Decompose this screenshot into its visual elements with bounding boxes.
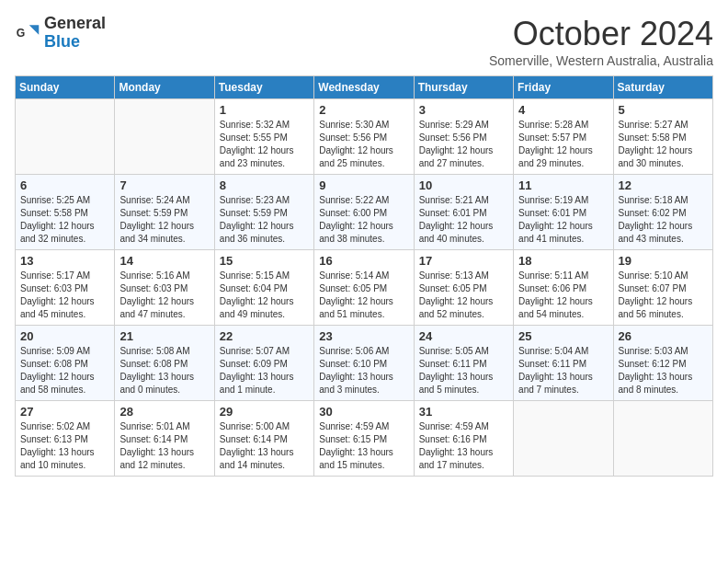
day-number: 15 bbox=[220, 254, 309, 268]
day-number: 3 bbox=[419, 103, 508, 117]
day-info: Sunrise: 5:23 AM Sunset: 5:59 PM Dayligh… bbox=[220, 194, 309, 246]
calendar-cell: 21Sunrise: 5:08 AM Sunset: 6:08 PM Dayli… bbox=[115, 326, 214, 401]
day-info: Sunrise: 5:13 AM Sunset: 6:05 PM Dayligh… bbox=[419, 270, 508, 321]
day-info: Sunrise: 5:06 AM Sunset: 6:10 PM Dayligh… bbox=[319, 345, 408, 396]
day-number: 9 bbox=[319, 178, 408, 192]
day-info: Sunrise: 4:59 AM Sunset: 6:16 PM Dayligh… bbox=[419, 420, 508, 472]
day-info: Sunrise: 5:01 AM Sunset: 6:14 PM Dayligh… bbox=[119, 420, 209, 472]
day-number: 19 bbox=[619, 254, 708, 268]
calendar-cell: 11Sunrise: 5:19 AM Sunset: 6:01 PM Dayli… bbox=[514, 175, 613, 250]
logo-general-text: General bbox=[44, 14, 106, 32]
calendar-cell: 29Sunrise: 5:00 AM Sunset: 6:14 PM Dayli… bbox=[214, 401, 313, 477]
calendar-cell: 10Sunrise: 5:21 AM Sunset: 6:01 PM Dayli… bbox=[414, 175, 513, 250]
logo-blue-text: Blue bbox=[44, 32, 80, 51]
day-info: Sunrise: 5:02 AM Sunset: 6:13 PM Dayligh… bbox=[20, 420, 109, 472]
calendar-cell: 28Sunrise: 5:01 AM Sunset: 6:14 PM Dayli… bbox=[115, 401, 214, 477]
day-number: 29 bbox=[220, 405, 309, 419]
day-number: 8 bbox=[220, 178, 309, 192]
calendar-cell: 13Sunrise: 5:17 AM Sunset: 6:03 PM Dayli… bbox=[16, 250, 115, 326]
day-info: Sunrise: 5:30 AM Sunset: 5:56 PM Dayligh… bbox=[319, 119, 408, 170]
calendar-cell bbox=[115, 99, 214, 175]
day-number: 25 bbox=[518, 329, 608, 343]
day-number: 24 bbox=[419, 329, 508, 343]
calendar-cell: 7Sunrise: 5:24 AM Sunset: 5:59 PM Daylig… bbox=[115, 175, 214, 250]
day-number: 16 bbox=[319, 254, 408, 268]
calendar-cell: 1Sunrise: 5:32 AM Sunset: 5:55 PM Daylig… bbox=[214, 99, 313, 175]
day-number: 6 bbox=[20, 178, 109, 192]
day-info: Sunrise: 5:27 AM Sunset: 5:58 PM Dayligh… bbox=[619, 119, 708, 170]
day-number: 2 bbox=[319, 103, 408, 117]
calendar-week-2: 6Sunrise: 5:25 AM Sunset: 5:58 PM Daylig… bbox=[16, 175, 713, 250]
day-info: Sunrise: 5:10 AM Sunset: 6:07 PM Dayligh… bbox=[619, 270, 708, 321]
day-header-tuesday: Tuesday bbox=[214, 76, 313, 99]
day-number: 12 bbox=[619, 178, 708, 192]
calendar-cell: 12Sunrise: 5:18 AM Sunset: 6:02 PM Dayli… bbox=[613, 175, 712, 250]
day-info: Sunrise: 5:32 AM Sunset: 5:55 PM Dayligh… bbox=[220, 119, 309, 170]
calendar-cell: 8Sunrise: 5:23 AM Sunset: 5:59 PM Daylig… bbox=[214, 175, 313, 250]
day-header-saturday: Saturday bbox=[613, 76, 712, 99]
day-number: 21 bbox=[119, 329, 209, 343]
day-number: 28 bbox=[119, 405, 209, 419]
day-info: Sunrise: 5:00 AM Sunset: 6:14 PM Dayligh… bbox=[220, 420, 309, 472]
day-info: Sunrise: 5:03 AM Sunset: 6:12 PM Dayligh… bbox=[619, 345, 708, 396]
day-number: 22 bbox=[220, 329, 309, 343]
calendar-cell: 27Sunrise: 5:02 AM Sunset: 6:13 PM Dayli… bbox=[16, 401, 115, 477]
day-header-monday: Monday bbox=[115, 76, 214, 99]
calendar-cell: 14Sunrise: 5:16 AM Sunset: 6:03 PM Dayli… bbox=[115, 250, 214, 326]
day-info: Sunrise: 5:08 AM Sunset: 6:08 PM Dayligh… bbox=[119, 345, 209, 396]
calendar-cell: 25Sunrise: 5:04 AM Sunset: 6:11 PM Dayli… bbox=[514, 326, 613, 401]
day-number: 31 bbox=[419, 405, 508, 419]
calendar-cell bbox=[613, 401, 712, 477]
day-header-sunday: Sunday bbox=[16, 76, 115, 99]
calendar-cell: 19Sunrise: 5:10 AM Sunset: 6:07 PM Dayli… bbox=[613, 250, 712, 326]
calendar-cell bbox=[16, 99, 115, 175]
day-number: 7 bbox=[119, 178, 209, 192]
calendar-week-5: 27Sunrise: 5:02 AM Sunset: 6:13 PM Dayli… bbox=[16, 401, 713, 477]
svg-text:G: G bbox=[17, 26, 26, 39]
calendar-cell: 15Sunrise: 5:15 AM Sunset: 6:04 PM Dayli… bbox=[214, 250, 313, 326]
calendar-cell: 3Sunrise: 5:29 AM Sunset: 5:56 PM Daylig… bbox=[414, 99, 513, 175]
day-number: 18 bbox=[518, 254, 608, 268]
location-subtitle: Somerville, Western Australia, Australia bbox=[489, 53, 713, 68]
day-number: 1 bbox=[220, 103, 309, 117]
calendar-week-4: 20Sunrise: 5:09 AM Sunset: 6:08 PM Dayli… bbox=[16, 326, 713, 401]
calendar-week-1: 1Sunrise: 5:32 AM Sunset: 5:55 PM Daylig… bbox=[16, 99, 713, 175]
calendar-cell: 20Sunrise: 5:09 AM Sunset: 6:08 PM Dayli… bbox=[16, 326, 115, 401]
calendar-cell: 26Sunrise: 5:03 AM Sunset: 6:12 PM Dayli… bbox=[613, 326, 712, 401]
day-info: Sunrise: 5:25 AM Sunset: 5:58 PM Dayligh… bbox=[20, 194, 109, 246]
day-info: Sunrise: 5:15 AM Sunset: 6:04 PM Dayligh… bbox=[220, 270, 309, 321]
day-number: 17 bbox=[419, 254, 508, 268]
calendar-cell: 30Sunrise: 4:59 AM Sunset: 6:15 PM Dayli… bbox=[314, 401, 414, 477]
day-header-friday: Friday bbox=[514, 76, 613, 99]
day-info: Sunrise: 5:17 AM Sunset: 6:03 PM Dayligh… bbox=[20, 270, 109, 321]
calendar-week-3: 13Sunrise: 5:17 AM Sunset: 6:03 PM Dayli… bbox=[16, 250, 713, 326]
day-number: 27 bbox=[20, 405, 109, 419]
day-info: Sunrise: 5:14 AM Sunset: 6:05 PM Dayligh… bbox=[319, 270, 408, 321]
calendar-cell: 5Sunrise: 5:27 AM Sunset: 5:58 PM Daylig… bbox=[613, 99, 712, 175]
day-info: Sunrise: 5:16 AM Sunset: 6:03 PM Dayligh… bbox=[119, 270, 209, 321]
calendar-cell bbox=[514, 401, 613, 477]
page-header: G General Blue October 2024 Somerville, … bbox=[15, 15, 713, 68]
calendar-cell: 22Sunrise: 5:07 AM Sunset: 6:09 PM Dayli… bbox=[214, 326, 313, 401]
day-number: 14 bbox=[119, 254, 209, 268]
day-info: Sunrise: 5:29 AM Sunset: 5:56 PM Dayligh… bbox=[419, 119, 508, 170]
calendar-cell: 24Sunrise: 5:05 AM Sunset: 6:11 PM Dayli… bbox=[414, 326, 513, 401]
day-number: 26 bbox=[619, 329, 708, 343]
day-number: 23 bbox=[319, 329, 408, 343]
day-info: Sunrise: 5:09 AM Sunset: 6:08 PM Dayligh… bbox=[20, 345, 109, 396]
day-number: 10 bbox=[419, 178, 508, 192]
month-title: October 2024 bbox=[489, 15, 713, 53]
day-number: 4 bbox=[518, 103, 608, 117]
day-info: Sunrise: 5:24 AM Sunset: 5:59 PM Dayligh… bbox=[119, 194, 209, 246]
calendar-table: SundayMondayTuesdayWednesdayThursdayFrid… bbox=[15, 75, 713, 477]
day-header-wednesday: Wednesday bbox=[314, 76, 414, 99]
day-info: Sunrise: 5:05 AM Sunset: 6:11 PM Dayligh… bbox=[419, 345, 508, 396]
day-info: Sunrise: 5:22 AM Sunset: 6:00 PM Dayligh… bbox=[319, 194, 408, 246]
day-info: Sunrise: 5:19 AM Sunset: 6:01 PM Dayligh… bbox=[518, 194, 608, 246]
day-number: 20 bbox=[20, 329, 109, 343]
title-block: October 2024 Somerville, Western Austral… bbox=[489, 15, 713, 68]
day-info: Sunrise: 5:07 AM Sunset: 6:09 PM Dayligh… bbox=[220, 345, 309, 396]
day-info: Sunrise: 5:04 AM Sunset: 6:11 PM Dayligh… bbox=[518, 345, 608, 396]
day-info: Sunrise: 5:11 AM Sunset: 6:06 PM Dayligh… bbox=[518, 270, 608, 321]
calendar-cell: 16Sunrise: 5:14 AM Sunset: 6:05 PM Dayli… bbox=[314, 250, 414, 326]
